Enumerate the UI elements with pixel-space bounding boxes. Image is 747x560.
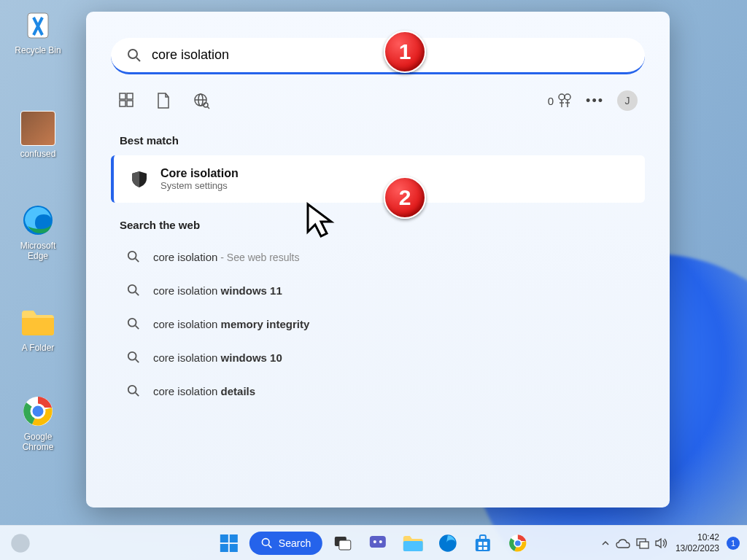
web-results-list: core isolation - See web results core is… [111, 240, 645, 408]
desktop-icon-label: A Folder [9, 343, 67, 353]
annotation-badge-2: 2 [384, 176, 426, 219]
taskbar-chat-icon[interactable] [363, 529, 392, 558]
category-apps-icon[interactable] [118, 92, 134, 109]
svg-rect-7 [120, 93, 125, 99]
svg-rect-46 [484, 547, 487, 550]
svg-rect-37 [370, 536, 386, 548]
svg-line-6 [136, 58, 140, 61]
taskbar-clock[interactable]: 10:42 13/02/2023 [676, 532, 719, 553]
svg-rect-40 [403, 541, 423, 551]
svg-line-27 [136, 393, 139, 397]
search-box[interactable] [111, 38, 645, 74]
svg-point-26 [128, 386, 136, 394]
system-tray[interactable] [601, 537, 668, 549]
web-result-item[interactable]: core isolation - See web results [111, 240, 645, 273]
tray-chevron-icon[interactable] [601, 539, 610, 548]
svg-point-33 [262, 538, 269, 545]
shield-icon [130, 170, 149, 189]
search-panel: 0 ••• J Best match Core isolation System… [86, 12, 670, 508]
desktop-icon-label: Google Chrome [9, 432, 67, 453]
best-match-subtitle: System settings [160, 180, 239, 191]
web-result-text: core isolation details [153, 385, 255, 397]
annotation-badge-1: 1 [384, 31, 426, 73]
svg-rect-45 [479, 547, 482, 550]
web-result-item[interactable]: core isolation details [111, 374, 645, 408]
svg-point-18 [128, 252, 136, 260]
desktop-icon-folder[interactable]: A Folder [9, 305, 67, 353]
desktop-icon-label: Microsoft Edge [9, 241, 67, 262]
taskbar-search-button[interactable]: Search [249, 532, 322, 555]
svg-point-48 [514, 540, 521, 546]
clock-date: 13/02/2023 [676, 543, 719, 553]
cursor-icon [305, 201, 337, 242]
taskbar-edge-faded[interactable] [6, 529, 35, 558]
tray-network-icon[interactable] [636, 537, 649, 549]
category-web-icon[interactable] [193, 92, 210, 109]
rewards-indicator[interactable]: 0 [548, 93, 573, 109]
chrome-icon [20, 394, 55, 429]
search-icon [127, 351, 140, 364]
taskbar-explorer-icon[interactable] [398, 529, 427, 558]
notification-badge[interactable]: 1 [727, 537, 740, 550]
desktop-icon-edge[interactable]: Microsoft Edge [9, 203, 67, 262]
edge-icon [20, 203, 55, 238]
best-match-result[interactable]: Core isolation System settings [111, 155, 645, 203]
category-documents-icon[interactable] [156, 92, 171, 109]
taskbar-search-label: Search [279, 537, 311, 549]
start-button[interactable] [214, 529, 244, 558]
taskbar: Search 10:42 13/02/2023 [0, 525, 747, 560]
taskbar-store-icon[interactable] [468, 529, 498, 558]
svg-rect-42 [476, 539, 490, 551]
svg-rect-36 [339, 540, 351, 550]
search-icon [127, 48, 142, 63]
svg-point-39 [379, 540, 382, 543]
taskbar-chrome-icon[interactable] [503, 529, 533, 558]
web-result-text: core isolation windows 10 [153, 351, 282, 364]
tray-onedrive-icon[interactable] [616, 538, 630, 548]
web-result-item[interactable]: core isolation memory integrity [111, 307, 645, 341]
web-result-text: core isolation windows 11 [153, 284, 282, 297]
svg-line-19 [136, 259, 139, 262]
web-result-text: core isolation memory integrity [153, 318, 309, 330]
task-view-button[interactable] [328, 529, 357, 558]
svg-rect-32 [230, 544, 238, 552]
svg-point-24 [128, 352, 136, 360]
svg-point-5 [128, 50, 137, 58]
svg-rect-30 [230, 534, 238, 542]
svg-rect-10 [127, 101, 133, 106]
user-avatar[interactable]: J [617, 90, 638, 111]
recycle-bin-icon [20, 7, 55, 42]
svg-rect-8 [127, 93, 133, 99]
search-categories-row: 0 ••• J [111, 88, 645, 118]
tray-volume-icon[interactable] [655, 537, 668, 549]
best-match-heading: Best match [120, 134, 645, 147]
svg-line-15 [207, 106, 209, 109]
photo-icon [20, 111, 55, 146]
search-icon [127, 317, 140, 330]
folder-icon [20, 305, 55, 340]
svg-point-20 [128, 285, 136, 293]
clock-time: 10:42 [676, 532, 719, 542]
svg-point-22 [128, 319, 136, 327]
desktop-icon-label: Recycle Bin [9, 45, 67, 55]
more-options-button[interactable]: ••• [586, 93, 604, 109]
desktop-icon-confused[interactable]: confused [9, 111, 67, 159]
search-icon [127, 384, 140, 397]
svg-point-16 [559, 94, 565, 100]
taskbar-edge-icon[interactable] [433, 529, 462, 558]
desktop-icon-recycle-bin[interactable]: Recycle Bin [9, 7, 67, 55]
svg-line-25 [136, 359, 139, 363]
web-result-item[interactable]: core isolation windows 11 [111, 273, 645, 307]
search-web-heading: Search the web [120, 219, 645, 231]
rewards-count: 0 [548, 95, 554, 107]
svg-point-38 [374, 540, 376, 543]
svg-rect-9 [120, 101, 125, 106]
svg-line-21 [136, 292, 139, 296]
web-result-item[interactable]: core isolation windows 10 [111, 341, 645, 374]
svg-rect-29 [220, 534, 228, 542]
svg-point-17 [565, 94, 570, 100]
svg-line-34 [268, 545, 271, 548]
desktop-icon-label: confused [9, 149, 67, 159]
search-icon [127, 284, 140, 297]
desktop-icon-chrome[interactable]: Google Chrome [9, 394, 67, 453]
